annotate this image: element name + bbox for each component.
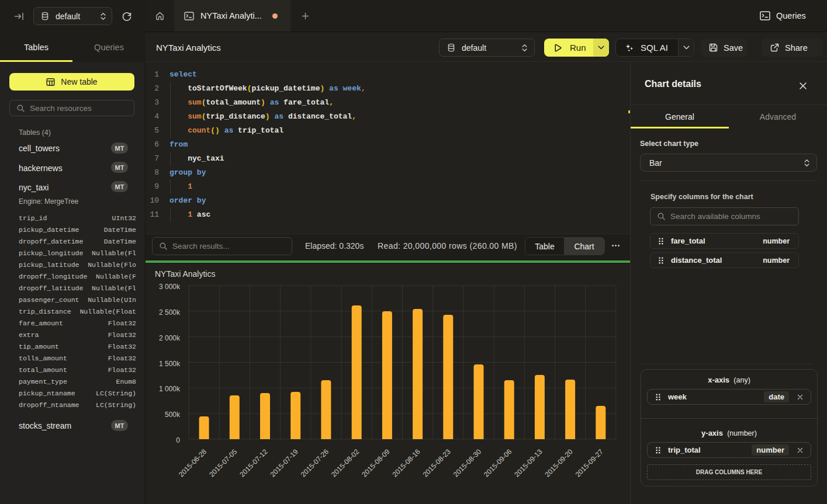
svg-text:2015-08-16: 2015-08-16 xyxy=(390,447,422,479)
svg-text:2015-09-27: 2015-09-27 xyxy=(574,447,605,479)
svg-text:2015-07-26: 2015-07-26 xyxy=(299,447,331,479)
svg-text:2015-08-02: 2015-08-02 xyxy=(330,447,361,479)
svg-text:2015-08-23: 2015-08-23 xyxy=(421,447,453,479)
svg-text:0: 0 xyxy=(176,436,180,444)
svg-text:2015-08-09: 2015-08-09 xyxy=(360,447,392,479)
svg-text:2015-06-28: 2015-06-28 xyxy=(177,447,209,479)
svg-text:2015-09-20: 2015-09-20 xyxy=(543,447,575,479)
svg-text:2015-09-06: 2015-09-06 xyxy=(482,447,514,479)
svg-text:2015-07-05: 2015-07-05 xyxy=(207,447,239,479)
svg-text:1 500k: 1 500k xyxy=(159,360,181,368)
svg-text:NYTaxi Analytics: NYTaxi Analytics xyxy=(155,269,215,279)
svg-text:2015-09-13: 2015-09-13 xyxy=(513,447,544,479)
svg-text:2 500k: 2 500k xyxy=(159,308,181,317)
svg-text:2015-08-30: 2015-08-30 xyxy=(452,447,483,479)
svg-text:2 000k: 2 000k xyxy=(159,334,181,342)
svg-text:2015-07-19: 2015-07-19 xyxy=(269,447,300,479)
svg-text:500k: 500k xyxy=(165,411,181,419)
svg-text:3 000k: 3 000k xyxy=(159,283,181,291)
svg-text:2015-07-12: 2015-07-12 xyxy=(238,447,269,479)
svg-text:1 000k: 1 000k xyxy=(159,385,181,393)
